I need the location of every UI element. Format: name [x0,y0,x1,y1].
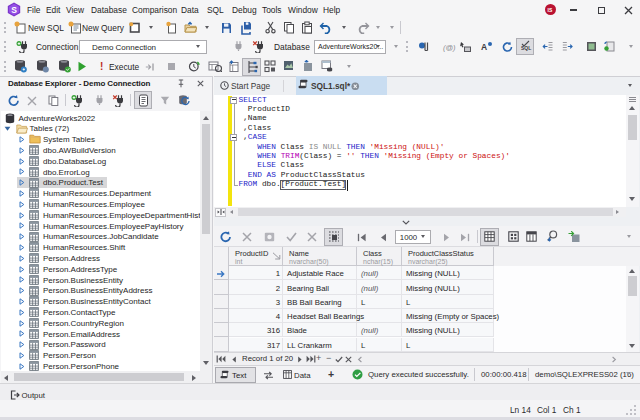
svg-text:S: S [11,5,17,15]
